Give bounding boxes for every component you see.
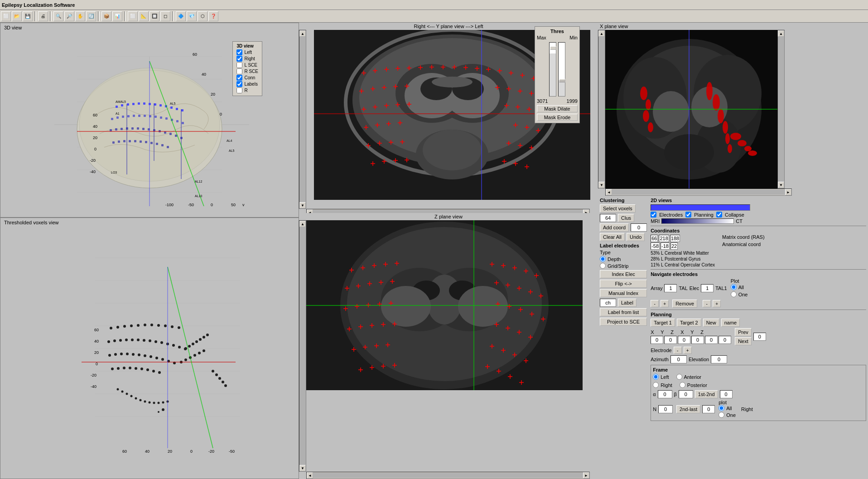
nav-minus2[interactable]: - — [703, 300, 711, 307]
y-plane-scroll-up[interactable]: ▲ — [299, 30, 306, 37]
x-plane-scroll-down[interactable]: ▼ — [598, 182, 605, 188]
input-ch[interactable] — [600, 299, 616, 307]
nav-radio-all-input[interactable] — [731, 284, 737, 290]
input-cluster-num[interactable] — [600, 214, 616, 222]
radio-grid[interactable] — [600, 263, 606, 269]
x-plane-scroll-up[interactable]: ▲ — [598, 30, 605, 37]
btn-clear-all[interactable]: Clear All — [600, 233, 625, 241]
toolbar-btn-zoom-in[interactable]: 🔍 — [53, 11, 63, 21]
btn-2ndlast[interactable]: 2nd-last — [676, 405, 700, 413]
btn-index-elec[interactable]: Index Elec — [600, 270, 647, 278]
frame-plot-all-radio[interactable] — [719, 405, 724, 411]
input-n[interactable] — [658, 405, 673, 413]
btn-project-sce[interactable]: Project to SCE — [600, 318, 647, 326]
legend-chk-conn[interactable] — [236, 75, 242, 81]
z-plane-hscroll-right[interactable]: ► — [583, 472, 589, 479]
btn-label2[interactable]: Label — [618, 299, 637, 307]
x-plane-scroll-right-down[interactable]: ▼ — [778, 182, 784, 188]
btn-clus[interactable]: Clus — [618, 214, 634, 222]
toolbar-btn-save[interactable]: 💾 — [23, 11, 33, 21]
z-plane-vscroll[interactable]: ▲ ▼ — [299, 220, 306, 472]
planning-z1[interactable] — [678, 336, 690, 344]
legend-chk-lsce[interactable] — [236, 62, 242, 68]
frame-posterior-radio[interactable] — [680, 382, 685, 388]
toolbar-btn-pan[interactable]: ✋ — [75, 11, 85, 21]
btn-select-voxels[interactable]: Select voxels — [600, 204, 636, 213]
btn-new[interactable]: New — [703, 319, 719, 327]
radio-depth[interactable] — [600, 256, 606, 262]
z-plane-hscroll[interactable]: ◄ ► — [306, 472, 590, 479]
btn-flip[interactable]: Flip <-> — [600, 280, 647, 288]
thres-thumb-max[interactable] — [550, 46, 556, 50]
btn-mask-dilate[interactable]: Mask Dilate — [537, 105, 578, 112]
legend-chk-right[interactable] — [236, 56, 242, 62]
btn-1st2nd[interactable]: 1st-2nd — [695, 390, 718, 398]
btn-target1[interactable]: Target 1 — [651, 319, 675, 327]
x-plane-hscroll-left[interactable]: ◄ — [606, 189, 612, 195]
legend-chk-left[interactable] — [236, 49, 242, 55]
nav-radio-one-input[interactable] — [731, 291, 737, 297]
planning-x2[interactable] — [691, 336, 704, 344]
btn-manual-index[interactable]: Manual Index — [600, 289, 647, 297]
btn-remove[interactable]: Remove — [672, 300, 697, 308]
z-plane-scroll-down[interactable]: ▼ — [299, 465, 306, 471]
toolbar-btn-rotate[interactable]: 🔄 — [86, 11, 96, 21]
toolbar-btn-diamond[interactable]: 🔷 — [176, 11, 186, 21]
input-elec[interactable] — [701, 284, 714, 292]
legend-chk-labels[interactable] — [236, 81, 242, 87]
legend-chk-r[interactable] — [236, 87, 242, 93]
toolbar-btn-3d[interactable]: 📦 — [101, 11, 111, 21]
btn-next[interactable]: Next — [735, 337, 752, 345]
y-plane-vscroll[interactable]: ▲ ▼ — [299, 30, 306, 209]
toolbar-btn-hex[interactable]: ⬡ — [198, 11, 207, 21]
planning-x1[interactable] — [651, 336, 663, 344]
frame-right-radio[interactable] — [653, 382, 659, 388]
btn-target2[interactable]: Target 2 — [677, 319, 701, 327]
toolbar-btn-box[interactable]: ◻ — [160, 11, 170, 21]
btn-name[interactable]: name — [721, 319, 740, 327]
frame-plot-one-radio[interactable] — [719, 412, 724, 418]
input-alpha[interactable] — [658, 390, 672, 398]
y-plane-scroll-down[interactable]: ▼ — [299, 202, 306, 208]
chk-planning[interactable] — [685, 212, 691, 218]
x-plane-vscroll-right[interactable]: ▲ ▼ — [777, 30, 785, 189]
z-plane-hscroll-left[interactable]: ◄ — [307, 472, 313, 479]
nav-plus[interactable]: + — [661, 300, 669, 307]
thres-slider-max[interactable] — [549, 42, 556, 97]
thres-slider-min[interactable] — [558, 42, 565, 97]
thresh-3d-view[interactable]: 60 40 20 0 -20 -40 60 40 20 0 -20 -50 — [0, 218, 299, 479]
nav-plus2[interactable]: + — [713, 300, 721, 307]
toolbar-btn-help[interactable]: ❓ — [208, 11, 218, 21]
toolbar-btn-gem[interactable]: 💎 — [187, 11, 197, 21]
planning-y2[interactable] — [705, 336, 718, 344]
planning-z2[interactable] — [719, 336, 731, 344]
input-azimuth[interactable] — [670, 355, 687, 363]
legend-chk-rsce[interactable] — [236, 68, 242, 74]
x-plane-scroll-right-up[interactable]: ▲ — [778, 30, 784, 37]
elec-plus[interactable]: + — [684, 347, 692, 354]
toolbar-btn-measure[interactable]: 📐 — [139, 11, 149, 21]
toolbar-btn-grid[interactable]: 🔲 — [149, 11, 159, 21]
toolbar-btn-zoom-out[interactable]: 🔎 — [64, 11, 74, 21]
input-coord-val[interactable] — [631, 223, 647, 232]
elec-minus[interactable]: - — [674, 347, 682, 354]
x-plane-hscroll[interactable]: ◄ ► — [605, 189, 792, 196]
toolbar-btn-rect[interactable]: ⬜ — [128, 11, 138, 21]
input-1st2nd[interactable] — [720, 390, 733, 398]
planning-count[interactable] — [753, 333, 766, 341]
x-plane-vscroll[interactable]: ▲ ▼ — [598, 30, 605, 189]
btn-label-from-list[interactable]: Label from list — [600, 308, 647, 316]
frame-left-radio[interactable] — [653, 374, 659, 380]
chk-electrodes[interactable] — [651, 212, 656, 218]
toolbar-btn-print[interactable]: 🖨 — [38, 11, 48, 21]
btn-mask-erode[interactable]: Mask Erode — [537, 114, 578, 121]
toolbar-btn-new[interactable]: ⬜ — [1, 11, 11, 21]
frame-anterior-radio[interactable] — [676, 374, 682, 380]
x-plane-mri[interactable] — [605, 30, 777, 189]
input-array[interactable] — [664, 284, 677, 292]
btn-undo[interactable]: Undo — [627, 233, 645, 241]
z-plane-scroll-up[interactable]: ▲ — [299, 221, 306, 227]
input-elevation[interactable] — [711, 355, 727, 363]
x-plane-hscroll-right[interactable]: ► — [785, 189, 791, 195]
btn-add-coord[interactable]: Add coord — [600, 223, 629, 232]
